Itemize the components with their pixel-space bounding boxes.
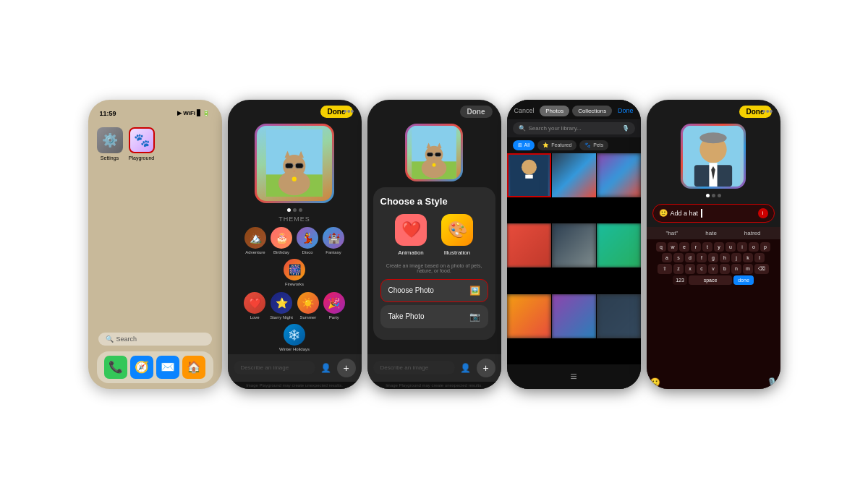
more-button[interactable]: ••• <box>344 106 354 117</box>
theme-fireworks[interactable]: 🎆 Fireworks <box>284 259 305 286</box>
key-h[interactable]: h <box>720 253 730 262</box>
theme-starry-label: Starry Night <box>270 315 293 320</box>
dock-phone[interactable]: 📞 <box>104 356 127 379</box>
dock-mail[interactable]: ✉️ <box>156 356 179 379</box>
photo-6[interactable] <box>597 223 641 267</box>
photo-5[interactable] <box>552 223 596 267</box>
done-button-4[interactable]: Done <box>618 107 634 114</box>
theme-summer[interactable]: ☀️ Summer <box>297 292 319 320</box>
theme-disco[interactable]: 💃 Disco <box>297 227 318 254</box>
suggestions-row: "hat" hate hatred <box>647 227 780 239</box>
describe-input-3[interactable]: Describe an image <box>373 361 455 374</box>
suggestion-3[interactable]: hatred <box>741 228 764 238</box>
choose-photo-item[interactable]: Choose Photo 🖼️ <box>380 279 488 302</box>
dock-messages[interactable]: 🏠 <box>182 356 205 379</box>
key-o[interactable]: o <box>749 242 759 252</box>
add-button-3[interactable]: + <box>477 359 495 377</box>
settings-icon: ⚙️ <box>97 127 123 153</box>
key-i[interactable]: i <box>737 242 747 252</box>
key-g[interactable]: g <box>708 253 718 262</box>
filter-icon: ≡ <box>570 370 576 383</box>
key-c[interactable]: c <box>697 264 707 274</box>
person-button-3[interactable]: 👤 <box>458 360 474 376</box>
key-r[interactable]: r <box>691 242 701 252</box>
tab-collections[interactable]: Collections <box>572 106 612 116</box>
style-illustration[interactable]: 🎨 Illustration <box>441 214 473 256</box>
key-b[interactable]: b <box>720 264 730 274</box>
status-icons: ▶ WiFi ▊ 🔋 <box>177 110 210 116</box>
key-t[interactable]: t <box>702 242 712 252</box>
key-s[interactable]: s <box>673 253 684 262</box>
theme-birthday-label: Birthday <box>273 250 289 254</box>
theme-party[interactable]: 🎉 Party <box>323 292 345 320</box>
key-v[interactable]: v <box>708 264 718 274</box>
search-field[interactable]: 🔍 Search your library... 🎙️ <box>513 122 635 134</box>
style-animation[interactable]: ❤️ Animation <box>395 214 427 256</box>
photo-man[interactable] <box>507 153 551 197</box>
key-space[interactable]: space <box>689 275 732 285</box>
theme-summer-label: Summer <box>300 315 317 320</box>
photo-4[interactable] <box>507 223 551 267</box>
theme-fantasy[interactable]: 🏰 Fantasy <box>323 227 344 254</box>
theme-adventure[interactable]: 🏔️ Adventure <box>244 227 266 254</box>
suggestion-2[interactable]: hate <box>702 228 720 238</box>
photo-3[interactable] <box>597 153 641 197</box>
theme-love[interactable]: ❤️ Love <box>244 292 265 320</box>
key-d[interactable]: d <box>685 253 695 262</box>
dock-safari[interactable]: 🧭 <box>130 356 153 379</box>
app-playground[interactable]: 🐾 Playground <box>129 127 155 160</box>
emoji-key[interactable]: 🙂 <box>650 377 660 388</box>
photo-2[interactable] <box>552 153 596 197</box>
key-m[interactable]: m <box>743 264 753 274</box>
themes-label: THEMES <box>238 215 352 223</box>
key-x[interactable]: x <box>685 264 695 274</box>
mic-key[interactable]: 🎙️ <box>767 377 778 388</box>
key-delete[interactable]: ⌫ <box>754 264 769 274</box>
take-photo-item[interactable]: Take Photo 📷 <box>380 305 488 328</box>
choose-photo-label: Choose Photo <box>388 286 434 294</box>
svg-point-10 <box>292 176 297 181</box>
info-button[interactable]: i <box>758 208 768 218</box>
describe-placeholder-3: Describe an image <box>380 364 429 371</box>
done-button-dark[interactable]: Done <box>460 106 493 118</box>
text-input-row[interactable]: 🙂 Add a hat i <box>652 204 775 223</box>
suggestion-1[interactable]: "hat" <box>663 228 681 238</box>
input-text: Add a hat <box>671 210 699 217</box>
svg-rect-17 <box>427 153 433 157</box>
key-l[interactable]: l <box>754 253 765 262</box>
key-j[interactable]: j <box>731 253 741 262</box>
person-button[interactable]: 👤 <box>318 360 334 376</box>
more-button-5[interactable]: ••• <box>762 106 773 117</box>
filter-pets[interactable]: 🐾 Pets <box>579 140 608 150</box>
key-done[interactable]: done <box>733 275 754 285</box>
photo-9[interactable] <box>597 294 641 338</box>
photo-7[interactable] <box>507 294 551 338</box>
emoji-picker-icon[interactable]: 🙂 <box>659 209 668 217</box>
key-n[interactable]: n <box>731 264 741 274</box>
photo-8[interactable] <box>552 294 596 338</box>
search-bar[interactable]: 🔍 Search <box>98 333 212 346</box>
key-num[interactable]: 123 <box>673 275 687 285</box>
filter-featured[interactable]: ⭐ Featured <box>537 140 576 150</box>
key-e[interactable]: e <box>679 242 689 252</box>
key-z[interactable]: z <box>673 264 684 274</box>
key-shift[interactable]: ⇧ <box>658 264 672 274</box>
describe-input[interactable]: Describe an image <box>234 361 315 374</box>
man-photo-inner <box>507 153 551 197</box>
key-p[interactable]: p <box>760 242 770 252</box>
key-y[interactable]: y <box>714 242 724 252</box>
cancel-button[interactable]: Cancel <box>514 107 535 114</box>
key-u[interactable]: u <box>726 242 736 252</box>
add-button[interactable]: + <box>337 359 356 377</box>
filter-all[interactable]: ⊞ All <box>513 140 535 150</box>
key-a[interactable]: a <box>662 253 672 262</box>
key-q[interactable]: q <box>656 242 666 252</box>
theme-birthday[interactable]: 🎂 Birthday <box>271 227 292 254</box>
key-w[interactable]: w <box>668 242 678 252</box>
app-settings[interactable]: ⚙️ Settings <box>97 127 123 160</box>
theme-starry[interactable]: ⭐ Starry Night <box>270 292 293 320</box>
theme-winter[interactable]: ❄️ Winter Holidays <box>279 324 310 351</box>
key-f[interactable]: f <box>697 253 707 262</box>
key-k[interactable]: k <box>743 253 753 262</box>
tab-photos[interactable]: Photos <box>540 106 569 116</box>
